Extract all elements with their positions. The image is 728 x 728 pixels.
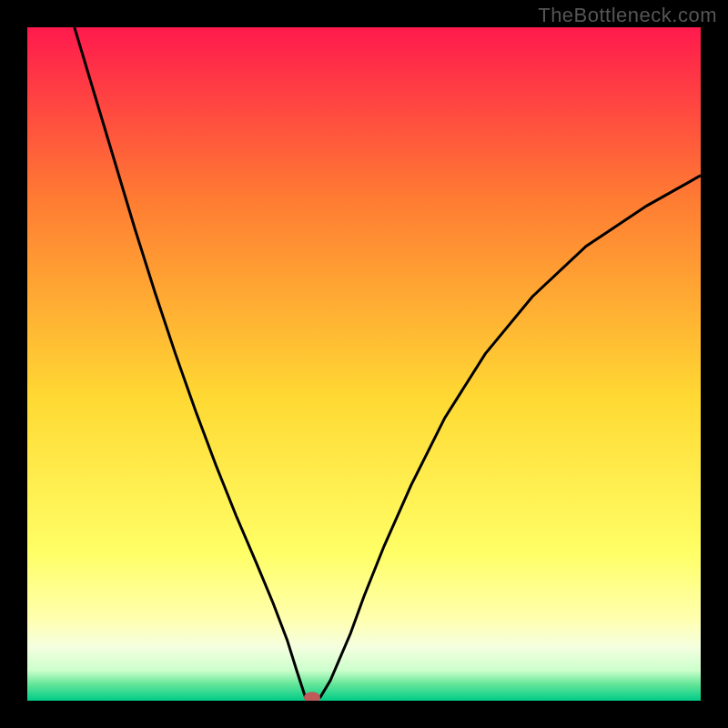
chart-svg (27, 27, 701, 701)
plot-area (27, 27, 701, 701)
watermark-label: TheBottleneck.com (538, 4, 717, 27)
chart-frame: TheBottleneck.com (0, 0, 728, 728)
